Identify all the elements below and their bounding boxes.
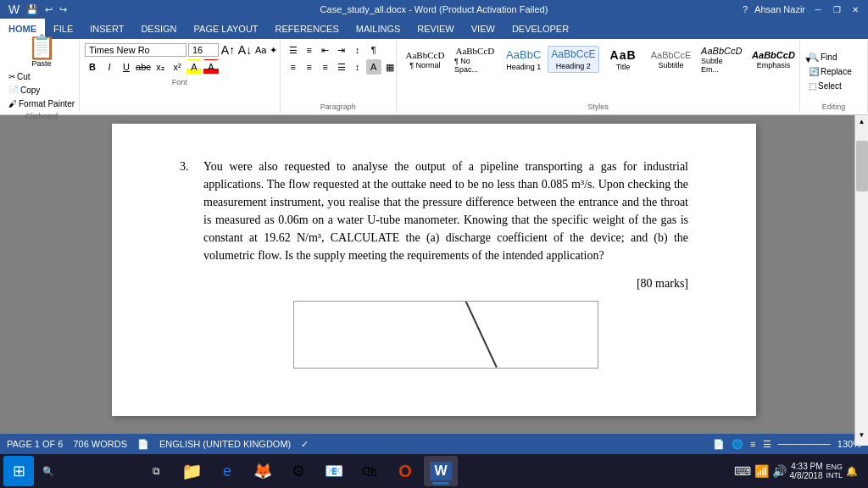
explorer-btn[interactable]: 📁 (175, 456, 209, 486)
document-area: 3. You were also requested to analyse th… (0, 115, 868, 434)
list-number-btn[interactable]: ≡ (302, 42, 317, 58)
font-size-input[interactable] (188, 43, 219, 57)
tab-references[interactable]: REFERENCES (267, 19, 348, 39)
minimize-btn[interactable]: ─ (812, 3, 824, 15)
settings-btn[interactable]: ⚙ (281, 456, 315, 486)
editing-group: 🔍 Find 🔄 Replace ⬚ Select Editing (800, 41, 868, 113)
clock-area[interactable]: 4:33 PM 4/8/2018 (790, 462, 823, 480)
underline-btn[interactable]: U (119, 59, 134, 75)
question-number: 3. (180, 158, 197, 369)
copy-button[interactable]: 📄 Copy (5, 84, 78, 97)
mail-btn[interactable]: 📧 (317, 456, 351, 486)
style-emphasis[interactable]: AaBbCcD Emphasis (748, 47, 798, 72)
tab-developer[interactable]: DEVELOPER (504, 19, 577, 39)
style-heading1[interactable]: AaBbC Heading 1 (502, 46, 546, 74)
tab-mailings[interactable]: MAILINGS (348, 19, 409, 39)
scroll-thumb[interactable] (856, 141, 868, 191)
word-app-btn[interactable]: W (424, 456, 458, 486)
tab-review[interactable]: REVIEW (409, 19, 462, 39)
status-left: PAGE 1 OF 6 706 WORDS 📄 ENGLISH (UNITED … (7, 439, 309, 450)
shrink-font-btn[interactable]: A↓ (237, 42, 253, 58)
superscript-btn[interactable]: x² (170, 59, 185, 75)
ie-btn[interactable]: e (210, 456, 244, 486)
scrollbar-right[interactable]: ▲ ▼ (854, 115, 868, 446)
list-bullet-btn[interactable]: ☰ (286, 42, 301, 58)
undo-quick-btn[interactable]: ↩ (43, 3, 54, 16)
help-btn[interactable]: ? (743, 4, 748, 14)
sort-btn[interactable]: ↕ (350, 42, 365, 58)
paragraph-row1: ☰ ≡ ⇤ ⇥ ↕ ¶ (286, 42, 381, 58)
align-justify-btn[interactable]: ☰ (334, 59, 349, 75)
clipboard-label: Clipboard (25, 112, 58, 120)
network-icon[interactable]: 📶 (754, 464, 769, 478)
cut-button[interactable]: ✂ Cut (5, 70, 78, 83)
font-format-btn[interactable]: Aa (254, 42, 267, 58)
font-name-input[interactable] (85, 43, 186, 57)
font-selector-row: A↑ A↓ Aa ✦ (85, 42, 275, 58)
style-subtle-em[interactable]: AaBbCcD Subtle Em... (697, 42, 746, 76)
shading-btn[interactable]: A (366, 59, 381, 75)
firefox-btn[interactable]: 🦊 (246, 456, 280, 486)
styles-group: AaBbCcD ¶ Normal AaBbCcD ¶ No Spac... Aa… (397, 41, 800, 113)
volume-icon[interactable]: 🔊 (772, 464, 787, 478)
grow-font-btn[interactable]: A↑ (220, 42, 236, 58)
select-icon: ⬚ (809, 81, 816, 91)
close-btn[interactable]: ✕ (849, 3, 861, 15)
title-bar-left: W 💾 ↩ ↪ (7, 2, 69, 17)
subscript-btn[interactable]: x₂ (153, 59, 168, 75)
restore-btn[interactable]: ❐ (831, 3, 843, 15)
paste-icon: 📋 (27, 36, 57, 59)
scroll-up-btn[interactable]: ▲ (856, 115, 868, 127)
view-outline-btn[interactable]: ≡ (750, 439, 755, 449)
tab-page-layout[interactable]: PAGE LAYOUT (186, 19, 267, 39)
user-name: Ahsan Nazir (754, 4, 805, 14)
show-marks-btn[interactable]: ¶ (366, 42, 381, 58)
view-print-btn[interactable]: 📄 (713, 439, 725, 450)
bold-btn[interactable]: B (85, 59, 100, 75)
scroll-down-btn[interactable]: ▼ (856, 429, 868, 441)
borders-btn[interactable]: ▦ (382, 59, 398, 75)
question-body[interactable]: You were also requested to analyse the o… (203, 158, 688, 369)
styles-row: AaBbCcD ¶ Normal AaBbCcD ¶ No Spac... Aa… (402, 42, 815, 76)
font-group: A↑ A↓ Aa ✦ B I U abc x₂ x² A A Font (80, 41, 281, 113)
office-btn[interactable]: O (388, 456, 422, 486)
highlight-btn[interactable]: A (186, 59, 202, 75)
style-heading2[interactable]: AaBbCcE Heading 2 (548, 46, 599, 73)
align-left-btn[interactable]: ≡ (286, 59, 301, 75)
clock-date: 4/8/2018 (790, 471, 823, 480)
font-color-btn[interactable]: A (203, 59, 219, 75)
redo-quick-btn[interactable]: ↪ (58, 3, 69, 16)
indent-dec-btn[interactable]: ⇤ (318, 42, 333, 58)
search-btn[interactable]: 🔍 (36, 456, 137, 486)
start-button[interactable]: ⊞ (3, 456, 34, 486)
view-web-btn[interactable]: 🌐 (732, 439, 743, 450)
select-btn[interactable]: ⬚ Select (805, 80, 845, 92)
keyboard-icon[interactable]: ⌨ (734, 464, 751, 478)
replace-icon: 🔄 (809, 67, 819, 76)
clear-format-btn[interactable]: ✦ (269, 42, 278, 58)
line-spacing-btn[interactable]: ↕ (350, 59, 365, 75)
indent-inc-btn[interactable]: ⇥ (334, 42, 349, 58)
notification-btn[interactable]: 🔔 (846, 466, 858, 477)
word-icon-task: W (430, 462, 451, 480)
replace-btn[interactable]: 🔄 Replace (805, 65, 855, 78)
style-title[interactable]: AaB Title (601, 45, 645, 74)
format-painter-button[interactable]: 🖌 Format Painter (5, 97, 78, 110)
view-draft-btn[interactable]: ☰ (763, 439, 771, 450)
store-btn[interactable]: 🛍 (353, 456, 387, 486)
paste-button[interactable]: 📋 Paste (23, 33, 61, 70)
tab-insert[interactable]: INSERT (81, 19, 132, 39)
tab-view[interactable]: VIEW (463, 19, 504, 39)
zoom-slider[interactable]: ──────── (778, 439, 831, 449)
style-subtitle[interactable]: AaBbCcE Subtitle (647, 47, 695, 72)
strikethrough-btn[interactable]: abc (136, 59, 151, 75)
tab-design[interactable]: DESIGN (132, 19, 185, 39)
align-right-btn[interactable]: ≡ (318, 59, 333, 75)
align-center-btn[interactable]: ≡ (302, 59, 317, 75)
italic-btn[interactable]: I (102, 59, 117, 75)
style-no-spacing[interactable]: AaBbCcD ¶ No Spac... (450, 42, 500, 76)
find-btn[interactable]: 🔍 Find (805, 51, 840, 64)
task-view-btn[interactable]: ⧉ (139, 456, 173, 486)
save-quick-btn[interactable]: 💾 (25, 3, 40, 16)
style-normal[interactable]: AaBbCcD ¶ Normal (402, 47, 448, 72)
